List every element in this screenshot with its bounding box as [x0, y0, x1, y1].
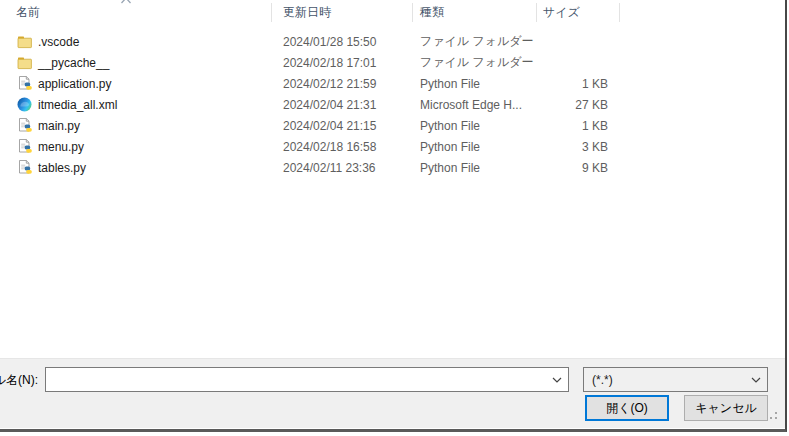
column-header-name-label: 名前 [16, 4, 40, 21]
file-modified-cell: 2024/01/28 15:50 [272, 35, 413, 49]
edge-html-icon [17, 97, 32, 112]
file-name-cell[interactable]: application.py [0, 76, 272, 91]
file-name-cell[interactable]: .vscode [0, 34, 272, 49]
file-type-cell: Python File [413, 140, 537, 154]
column-separator[interactable] [412, 3, 413, 22]
file-row[interactable]: .vscode2024/01/28 15:50ファイル フォルダー [0, 31, 785, 52]
column-separator[interactable] [536, 3, 537, 22]
column-separator[interactable] [271, 3, 272, 22]
file-row[interactable]: itmedia_all.xml2024/02/04 21:31Microsoft… [0, 94, 785, 115]
file-modified-cell: 2024/02/11 23:36 [272, 161, 413, 175]
chevron-down-icon [552, 377, 562, 383]
file-type-cell: Microsoft Edge H... [413, 98, 537, 112]
file-type-filter-dropdown[interactable]: (*.*) [583, 367, 768, 392]
folder-icon [17, 55, 32, 70]
column-header-type[interactable]: 種類 [413, 0, 537, 25]
file-type-cell: ファイル フォルダー [413, 33, 537, 50]
open-button[interactable]: 開く(O) [585, 395, 669, 421]
file-size-cell: 27 KB [537, 98, 620, 112]
python-file-icon [17, 76, 32, 91]
file-modified-cell: 2024/02/12 21:59 [272, 77, 413, 91]
file-type-cell: Python File [413, 77, 537, 91]
file-row[interactable]: tables.py2024/02/11 23:36Python File9 KB [0, 157, 785, 178]
file-modified-cell: 2024/02/04 21:31 [272, 98, 413, 112]
file-size-cell: 3 KB [537, 140, 620, 154]
column-header-name[interactable]: 名前 [0, 0, 272, 25]
python-file-icon [17, 160, 32, 175]
file-type-cell: Python File [413, 161, 537, 175]
file-row[interactable]: __pycache__2024/02/18 17:01ファイル フォルダー [0, 52, 785, 73]
column-header-modified-label: 更新日時 [283, 4, 331, 21]
column-header-size[interactable]: サイズ [537, 0, 620, 25]
file-size-cell: 1 KB [537, 77, 620, 91]
file-name-label: __pycache__ [38, 56, 109, 70]
filename-input[interactable] [46, 368, 546, 391]
file-name-label: main.py [38, 119, 80, 133]
open-file-dialog: 名前 更新日時 種類 サイズ .vscode2024/01/28 15:50ファ… [0, 0, 787, 432]
sort-ascending-icon [120, 0, 132, 5]
chevron-down-icon [751, 377, 761, 383]
file-name-label: itmedia_all.xml [38, 98, 117, 112]
file-size-cell: 1 KB [537, 119, 620, 133]
file-size-cell: 9 KB [537, 161, 620, 175]
file-modified-cell: 2024/02/18 16:58 [272, 140, 413, 154]
filename-label: ル名(N): [0, 372, 38, 389]
file-row[interactable]: main.py2024/02/04 21:15Python File1 KB [0, 115, 785, 136]
file-list: .vscode2024/01/28 15:50ファイル フォルダー__pycac… [0, 31, 785, 178]
cancel-button[interactable]: キャンセル [684, 395, 768, 421]
file-row[interactable]: menu.py2024/02/18 16:58Python File3 KB [0, 136, 785, 157]
file-name-cell[interactable]: tables.py [0, 160, 272, 175]
file-name-label: menu.py [38, 140, 84, 154]
file-modified-cell: 2024/02/18 17:01 [272, 56, 413, 70]
file-name-label: application.py [38, 77, 111, 91]
file-name-cell[interactable]: main.py [0, 118, 272, 133]
file-name-label: tables.py [38, 161, 86, 175]
filename-dropdown-button[interactable] [546, 368, 568, 391]
column-separator[interactable] [619, 3, 620, 22]
file-list-header: 名前 更新日時 種類 サイズ [0, 0, 785, 25]
python-file-icon [17, 139, 32, 154]
filter-dropdown-button[interactable] [745, 368, 767, 391]
column-header-size-label: サイズ [543, 4, 580, 21]
folder-icon [17, 34, 32, 49]
file-type-cell: Python File [413, 119, 537, 133]
filename-combobox [45, 367, 569, 392]
file-name-cell[interactable]: __pycache__ [0, 55, 272, 70]
file-name-cell[interactable]: menu.py [0, 139, 272, 154]
file-name-label: .vscode [38, 35, 79, 49]
column-header-modified[interactable]: 更新日時 [272, 0, 413, 25]
file-row[interactable]: application.py2024/02/12 21:59Python Fil… [0, 73, 785, 94]
file-name-cell[interactable]: itmedia_all.xml [0, 97, 272, 112]
resize-grip[interactable] [766, 411, 778, 423]
column-header-type-label: 種類 [420, 4, 444, 21]
file-type-filter-value: (*.*) [584, 373, 745, 387]
file-type-cell: ファイル フォルダー [413, 54, 537, 71]
python-file-icon [17, 118, 32, 133]
file-modified-cell: 2024/02/04 21:15 [272, 119, 413, 133]
dialog-footer: ル名(N): (*.*) 開く(O) キャンセル [0, 358, 785, 428]
